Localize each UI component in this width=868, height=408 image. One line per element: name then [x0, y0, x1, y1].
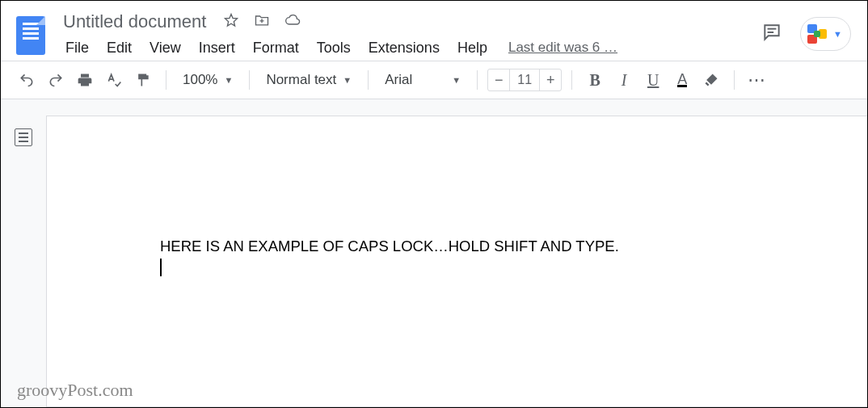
- paragraph-style-dropdown[interactable]: Normal text ▼: [259, 67, 358, 93]
- header-right: ▼: [761, 17, 857, 51]
- document-page[interactable]: HERE IS AN EXAMPLE OF CAPS LOCK…HOLD SHI…: [46, 116, 867, 407]
- svg-marker-0: [225, 15, 238, 27]
- docs-logo-wrap: [11, 13, 51, 55]
- spellcheck-button[interactable]: [101, 67, 127, 93]
- menu-help[interactable]: Help: [449, 36, 495, 60]
- zoom-value: 100%: [183, 72, 217, 88]
- move-folder-icon[interactable]: [254, 12, 270, 32]
- last-edit-link[interactable]: Last edit was 6 …: [508, 40, 617, 56]
- title-area: Untitled document File Edit View Insert …: [51, 8, 761, 60]
- italic-button[interactable]: I: [611, 67, 637, 93]
- meet-icon: [806, 23, 828, 45]
- separator: [249, 70, 250, 90]
- header-bar: Untitled document File Edit View Insert …: [1, 1, 867, 61]
- toolbar: 100% ▼ Normal text ▼ Arial ▼ − 11 + B I …: [1, 61, 867, 99]
- chevron-down-icon: ▼: [343, 75, 352, 85]
- font-value: Arial: [385, 72, 412, 88]
- menu-tools[interactable]: Tools: [309, 36, 359, 60]
- document-title-input[interactable]: Untitled document: [57, 9, 212, 35]
- menu-bar: File Edit View Insert Format Tools Exten…: [57, 36, 761, 60]
- font-size-group: − 11 +: [487, 69, 562, 91]
- left-gutter: [1, 99, 46, 407]
- more-button[interactable]: ⋯: [744, 67, 770, 93]
- undo-button[interactable]: [14, 67, 40, 93]
- comments-icon[interactable]: [761, 22, 782, 46]
- star-icon[interactable]: [223, 12, 239, 32]
- title-icons: [223, 12, 301, 32]
- font-size-decrease-button[interactable]: −: [488, 72, 509, 89]
- title-row: Untitled document: [57, 8, 761, 36]
- separator: [734, 70, 735, 90]
- text-cursor: [160, 259, 162, 276]
- chevron-down-icon: ▼: [833, 29, 842, 39]
- underline-button[interactable]: U: [640, 67, 666, 93]
- chevron-down-icon: ▼: [452, 75, 461, 85]
- menu-edit[interactable]: Edit: [99, 36, 140, 60]
- zoom-dropdown[interactable]: 100% ▼: [176, 67, 239, 93]
- outline-icon[interactable]: [15, 128, 32, 146]
- bold-button[interactable]: B: [582, 67, 608, 93]
- separator: [477, 70, 478, 90]
- style-value: Normal text: [266, 72, 336, 88]
- menu-file[interactable]: File: [57, 36, 97, 60]
- highlight-button[interactable]: [698, 67, 724, 93]
- menu-format[interactable]: Format: [245, 36, 307, 60]
- docs-logo-icon[interactable]: [16, 16, 45, 55]
- chevron-down-icon: ▼: [224, 75, 233, 85]
- redo-button[interactable]: [43, 67, 69, 93]
- workspace: HERE IS AN EXAMPLE OF CAPS LOCK…HOLD SHI…: [1, 99, 867, 407]
- document-text-line: HERE IS AN EXAMPLE OF CAPS LOCK…HOLD SHI…: [160, 238, 867, 255]
- font-size-increase-button[interactable]: +: [540, 72, 561, 89]
- watermark-text: groovyPost.com: [17, 380, 133, 401]
- font-size-input[interactable]: 11: [509, 69, 540, 90]
- paint-format-button[interactable]: [130, 67, 156, 93]
- menu-insert[interactable]: Insert: [191, 36, 243, 60]
- separator: [166, 70, 166, 90]
- print-button[interactable]: [72, 67, 98, 93]
- separator: [571, 70, 572, 90]
- separator: [368, 70, 369, 90]
- text-color-button[interactable]: A: [669, 67, 695, 93]
- font-dropdown[interactable]: Arial ▼: [378, 67, 467, 93]
- meet-button[interactable]: ▼: [800, 17, 851, 51]
- menu-extensions[interactable]: Extensions: [360, 36, 448, 60]
- cloud-status-icon[interactable]: [284, 12, 301, 32]
- menu-view[interactable]: View: [141, 36, 189, 60]
